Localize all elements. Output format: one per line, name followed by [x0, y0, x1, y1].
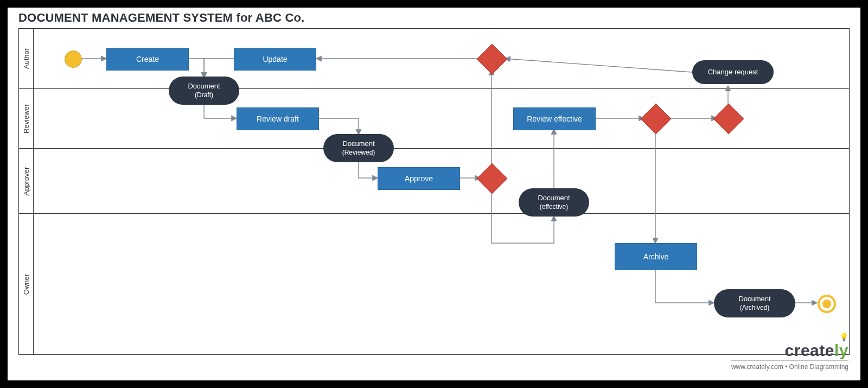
- activity-update[interactable]: Update: [234, 48, 316, 71]
- lane-label: Author: [22, 48, 30, 69]
- lane-label: Reviewer: [22, 104, 30, 133]
- diagram-stage: Create Update Review draft Review effect…: [33, 29, 849, 354]
- end-node: [818, 295, 836, 313]
- doc-sublabel: (Draft): [195, 91, 213, 99]
- doc-label: Document: [188, 82, 220, 91]
- lane-head-reviewer: Reviewer: [19, 89, 34, 149]
- logo-part-b: ly: [834, 341, 848, 359]
- doc-effective[interactable]: Document (effective): [519, 188, 589, 217]
- activity-label: Change request: [708, 68, 758, 77]
- activity-label: Approve: [405, 174, 433, 183]
- activity-archive[interactable]: Archive: [615, 243, 697, 270]
- activity-review-effective[interactable]: Review effective: [513, 107, 596, 130]
- activity-review-draft[interactable]: Review draft: [237, 107, 319, 130]
- activity-label: Review effective: [527, 115, 582, 123]
- activity-change-request[interactable]: Change request: [692, 60, 774, 84]
- doc-label: Document: [538, 194, 570, 202]
- doc-label: Document: [342, 139, 374, 148]
- decision-approve[interactable]: [477, 163, 508, 194]
- decision-review-effective[interactable]: [641, 104, 672, 135]
- activity-approve[interactable]: Approve: [378, 167, 460, 190]
- lightbulb-icon: 💡: [839, 333, 848, 341]
- activity-label: Archive: [643, 252, 669, 261]
- lane-label: Approver: [22, 167, 30, 196]
- diagram-page: DOCUMENT MANAGEMENT SYSTEM for ABC Co. A…: [0, 0, 868, 388]
- doc-sublabel: (effective): [540, 203, 568, 211]
- activity-create[interactable]: Create: [106, 48, 189, 71]
- logo-part-a: create: [785, 341, 834, 359]
- doc-label: Document: [738, 295, 770, 303]
- brand-tagline: www.creately.com • Online Diagramming: [731, 360, 848, 371]
- doc-sublabel: (Reviewed): [342, 149, 375, 157]
- decision-author-top[interactable]: [477, 44, 508, 75]
- lane-head-approver: Approver: [19, 149, 34, 214]
- doc-sublabel: (Archived): [740, 304, 770, 312]
- diagram-sheet: DOCUMENT MANAGEMENT SYSTEM for ABC Co. A…: [8, 8, 860, 380]
- decision-change-route[interactable]: [713, 104, 744, 135]
- lane-head-owner: Owner: [19, 214, 34, 355]
- swimlane-container: Author Reviewer Approver Owner: [18, 28, 850, 355]
- lane-head-author: Author: [19, 29, 34, 88]
- brand-logo: creately: [785, 341, 848, 360]
- doc-reviewed[interactable]: Document (Reviewed): [323, 134, 394, 162]
- activity-label: Update: [263, 55, 287, 63]
- page-title: DOCUMENT MANAGEMENT SYSTEM for ABC Co.: [18, 11, 304, 25]
- lane-label: Owner: [22, 274, 30, 295]
- activity-label: Create: [136, 55, 159, 63]
- activity-label: Review draft: [257, 115, 299, 123]
- start-node: [65, 50, 82, 68]
- doc-archived[interactable]: Document (Archived): [714, 289, 795, 317]
- doc-draft[interactable]: Document (Draft): [169, 77, 239, 105]
